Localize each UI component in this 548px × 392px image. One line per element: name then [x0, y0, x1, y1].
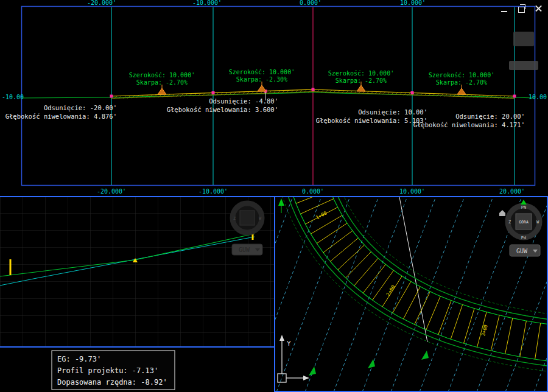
station-label: 3+00: [480, 324, 489, 337]
section-viewport[interactable]: -20.000' -10.000' 0.000' 10.000' -20.000…: [0, 0, 548, 196]
width-label: Szerokość: 10.000': [229, 69, 295, 75]
viewcube-north-label[interactable]: PN: [521, 205, 526, 210]
depth-label: Głębokość niwelowania: 5.103': [316, 117, 427, 124]
width-label: Szerokość: 10.000': [129, 72, 195, 79]
viewcube-face-label[interactable]: GÓRA: [519, 219, 529, 225]
slope-label: Skarpa: -2.70%: [436, 79, 487, 86]
north-arrow: [278, 198, 284, 213]
station-label: 1+00: [315, 210, 328, 220]
viewcube-west-label: Z: [233, 216, 236, 221]
offset-label: Odsunięcie: 10.00': [358, 108, 427, 116]
home-icon[interactable]: [499, 210, 505, 216]
slope-label: Skarpa: -2.70%: [335, 77, 387, 84]
ucs-icon: Y: [278, 335, 309, 382]
restore-button[interactable]: [516, 4, 526, 13]
profile-viewport[interactable]: Z W GUW EG: -9.73' Profil projektu: -7.1…: [0, 196, 274, 392]
slope-label: Skarpa: -2.70%: [136, 79, 188, 86]
viewcube-south-label[interactable]: Pd: [521, 236, 526, 240]
axis-label: -20.000': [97, 188, 126, 195]
viewcube[interactable]: PN Z W Pd GÓRA: [499, 200, 539, 240]
guw-label-dimmed: GUW: [239, 247, 250, 253]
axis-label: -10.000': [198, 188, 228, 195]
axis-label: 10.000': [399, 188, 425, 195]
window-controls: [499, 4, 543, 13]
tooltip-line: Profil projektu: -7.13': [57, 366, 158, 375]
restore-icon: [518, 7, 525, 13]
axis-label: -10.000': [192, 0, 222, 6]
axis-label: 0.000': [300, 0, 321, 6]
depth-label: Głębokość niwelowania: 4.171': [413, 121, 525, 128]
tooltip-line: Dopasowana rzędna: -8.92': [57, 378, 167, 387]
depth-label: Głębokość niwelowania: 3.600': [167, 106, 278, 113]
axis-label: 20.000': [499, 188, 525, 195]
guw-button-dimmed[interactable]: GUW: [232, 244, 262, 255]
elevation-label-right: 10.00: [529, 94, 547, 100]
depth-label: Głębokość niwelowania: 4.876': [5, 113, 117, 120]
viewcube-dimmed-profile[interactable]: Z W: [233, 203, 262, 233]
ucs-y-label: Y: [287, 340, 291, 348]
navbar-dimmed[interactable]: [509, 61, 538, 70]
guw-button[interactable]: GUW: [510, 245, 540, 256]
width-label: Szerokość: 10.000': [429, 72, 494, 79]
flow-arrows: [309, 351, 429, 376]
axis-label: 0.000': [302, 188, 324, 195]
guw-label: GUW: [516, 248, 528, 254]
minimize-button[interactable]: [499, 4, 509, 13]
minimize-icon: [501, 11, 507, 12]
slope-label: Skarpa: -2.30%: [236, 76, 287, 83]
tooltip-line: EG: -9.73': [57, 355, 101, 363]
elevation-label-left: -10.00: [2, 94, 24, 100]
offset-label: Odsunięcie: -4.80': [209, 97, 278, 105]
close-button[interactable]: [533, 4, 543, 13]
profile-tooltip: EG: -9.73' Profil projektu: -7.13' Dopas…: [52, 351, 175, 390]
viewcube-west-label[interactable]: Z: [508, 220, 511, 225]
plan-viewport[interactable]: 1+002+003+00 PN Z W Pd GÓRA GUW: [274, 196, 548, 392]
alignment-tangent-line: [399, 197, 427, 342]
grade-annotations: Odsunięcie: -20.00' Głębokość niwelowani…: [5, 97, 525, 128]
viewcube-dimmed[interactable]: [513, 32, 534, 46]
axis-label: -20.000': [87, 0, 116, 6]
offset-label: Odsunięcie: 20.00': [455, 113, 525, 120]
close-icon: [535, 5, 543, 13]
width-slope-labels: Szerokość: 10.000' Skarpa: -2.70% Szerok…: [129, 69, 494, 86]
axis-label: 10.000': [400, 0, 426, 6]
cad-application-window: -20.000' -10.000' 0.000' 10.000' -20.000…: [0, 0, 548, 392]
station-label: 2+00: [385, 284, 396, 297]
width-label: Szerokość: 10.000': [328, 70, 394, 77]
viewcube-north-arrow[interactable]: [521, 200, 527, 205]
offset-label: Odsunięcie: -20.00': [44, 104, 117, 111]
